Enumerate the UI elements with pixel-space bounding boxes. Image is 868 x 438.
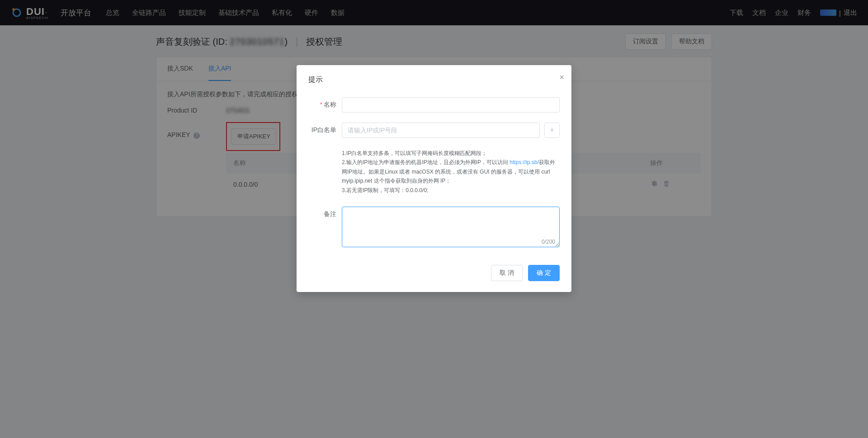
ip-whitelist-input[interactable] <box>342 122 540 138</box>
dialog-title: 提示 <box>308 75 560 85</box>
remark-textarea[interactable] <box>342 207 560 247</box>
modal-mask[interactable]: 提示 × *名称 IP白名单 + <box>0 0 868 438</box>
note-line-1: 1.IP白名单支持多条，可以填写子网掩码长度模糊匹配网段； <box>342 149 560 158</box>
dialog: 提示 × *名称 IP白名单 + <box>297 65 571 292</box>
close-icon[interactable]: × <box>559 73 564 81</box>
label-remark: 备注 <box>324 210 336 217</box>
label-name: 名称 <box>324 101 336 108</box>
ip-sb-link[interactable]: https://ip.sb/ <box>509 159 539 165</box>
note-line-3: 3.若无需IP限制，可填写：0.0.0.0/0; <box>342 186 560 195</box>
cancel-button[interactable]: 取 消 <box>491 265 523 281</box>
note-line-2a: 2.输入的IP地址为申请服务的机器IP地址，且必须为外网IP，可以访问 <box>342 159 509 165</box>
name-input[interactable] <box>342 97 560 113</box>
add-ip-button[interactable]: + <box>544 122 560 138</box>
ip-notes: 1.IP白名单支持多条，可以填写子网掩码长度模糊匹配网段； 2.输入的IP地址为… <box>342 149 560 195</box>
label-ip-whitelist: IP白名单 <box>311 126 336 133</box>
confirm-button[interactable]: 确 定 <box>528 265 560 281</box>
